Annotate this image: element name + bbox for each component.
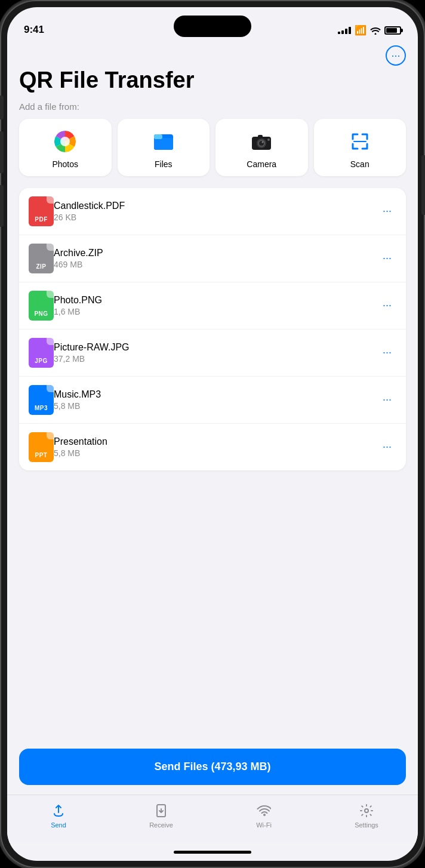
file-name: Candlestick.PDF: [54, 201, 378, 211]
file-icon-png: PNG: [29, 291, 54, 321]
file-info: Candlestick.PDF 26 KB: [54, 201, 378, 222]
file-size: 1,6 MB: [54, 307, 378, 316]
tab-settings[interactable]: Settings: [315, 800, 418, 831]
file-item-mp3[interactable]: MP3 Music.MP3 5,8 MB ···: [19, 377, 406, 424]
more-button[interactable]: ···: [386, 45, 406, 66]
send-files-button[interactable]: Send Files (473,93 MB): [19, 749, 406, 785]
status-time: 9:41: [24, 24, 44, 36]
files-icon: [150, 128, 177, 155]
settings-tab-label: Settings: [355, 821, 378, 829]
files-button[interactable]: Files: [118, 119, 210, 176]
file-more-button[interactable]: ···: [378, 341, 396, 364]
camera-button[interactable]: Camera: [215, 119, 308, 176]
wifi-tab-icon: [255, 802, 272, 819]
more-dots-icon: ···: [391, 50, 400, 61]
scan-icon: [347, 128, 373, 155]
file-name: Presentation: [54, 436, 378, 447]
camera-label: Camera: [247, 159, 276, 169]
file-size: 5,8 MB: [54, 401, 378, 411]
svg-point-10: [262, 141, 264, 143]
file-more-button[interactable]: ···: [378, 247, 396, 269]
svg-point-2: [60, 137, 70, 146]
header-row: ···: [19, 41, 406, 68]
svg-rect-4: [154, 138, 173, 150]
file-icon-zip: ZIP: [29, 244, 54, 273]
status-icons: 📶: [338, 24, 401, 36]
file-icon-ppt: PPT: [29, 432, 54, 462]
file-info: Presentation 5,8 MB: [54, 436, 378, 458]
file-name: Picture-RAW.JPG: [54, 342, 378, 353]
file-icon-pdf: PDF: [29, 196, 54, 226]
wifi-tab-label: Wi-Fi: [256, 821, 272, 829]
file-name: Archive.ZIP: [54, 248, 378, 258]
file-more-button[interactable]: ···: [378, 200, 396, 222]
file-list: PDF Candlestick.PDF 26 KB ··· ZIP A: [19, 188, 406, 470]
photos-icon: [52, 128, 78, 155]
home-bar: [174, 851, 251, 854]
files-label: Files: [155, 159, 173, 169]
file-more-button[interactable]: ···: [378, 436, 396, 458]
main-content: ··· QR File Transfer Add a file from:: [7, 41, 418, 795]
photos-label: Photos: [52, 159, 78, 169]
file-item-jpg[interactable]: JPG Picture-RAW.JPG 37,2 MB ···: [19, 330, 406, 377]
tab-bar: Send Receive: [7, 795, 418, 843]
file-icon-jpg: JPG: [29, 338, 54, 368]
file-info: Archive.ZIP 469 MB: [54, 248, 378, 269]
file-name: Photo.PNG: [54, 295, 378, 306]
file-size: 5,8 MB: [54, 448, 378, 458]
file-icon-mp3: MP3: [29, 385, 54, 415]
file-type-label: PNG: [34, 310, 48, 317]
wifi-icon: [370, 26, 381, 35]
file-more-button[interactable]: ···: [378, 294, 396, 316]
photos-button[interactable]: Photos: [19, 119, 112, 176]
source-label: Add a file from:: [19, 101, 406, 112]
file-type-label: JPG: [35, 358, 48, 364]
battery-icon: [384, 26, 401, 35]
svg-rect-11: [258, 135, 263, 138]
wifi-icon: 📶: [355, 24, 367, 36]
camera-icon: [248, 128, 275, 155]
svg-rect-5: [154, 134, 162, 139]
home-indicator: [7, 843, 418, 861]
svg-point-15: [264, 814, 265, 815]
receive-tab-label: Receive: [149, 821, 173, 829]
settings-tab-icon: [358, 802, 375, 819]
file-more-button[interactable]: ···: [378, 389, 396, 411]
svg-point-16: [365, 809, 368, 812]
receive-tab-icon: [153, 802, 170, 819]
file-item-zip[interactable]: ZIP Archive.ZIP 469 MB ···: [19, 235, 406, 282]
file-item-pdf[interactable]: PDF Candlestick.PDF 26 KB ···: [19, 188, 406, 235]
tab-wifi[interactable]: Wi-Fi: [213, 800, 315, 831]
send-tab-icon: [50, 802, 67, 819]
page-title: QR File Transfer: [19, 68, 406, 93]
file-name: Music.MP3: [54, 389, 378, 400]
file-info: Music.MP3 5,8 MB: [54, 389, 378, 411]
tab-receive[interactable]: Receive: [110, 800, 213, 831]
tab-send[interactable]: Send: [7, 800, 110, 831]
file-type-label: PDF: [35, 216, 48, 223]
scan-label: Scan: [350, 159, 369, 169]
svg-point-12: [267, 138, 270, 141]
file-size: 469 MB: [54, 260, 378, 269]
file-type-label: ZIP: [36, 263, 46, 270]
scan-button[interactable]: Scan: [314, 119, 406, 176]
file-info: Picture-RAW.JPG 37,2 MB: [54, 342, 378, 364]
source-buttons-grid: Photos Files: [19, 119, 406, 176]
file-size: 37,2 MB: [54, 354, 378, 364]
send-tab-label: Send: [51, 821, 66, 829]
file-item-png[interactable]: PNG Photo.PNG 1,6 MB ···: [19, 282, 406, 330]
file-type-label: PPT: [35, 452, 48, 458]
file-info: Photo.PNG 1,6 MB: [54, 295, 378, 316]
file-item-ppt[interactable]: PPT Presentation 5,8 MB ···: [19, 424, 406, 470]
file-type-label: MP3: [35, 405, 48, 411]
file-size: 26 KB: [54, 213, 378, 222]
signal-bars-icon: [338, 27, 351, 34]
